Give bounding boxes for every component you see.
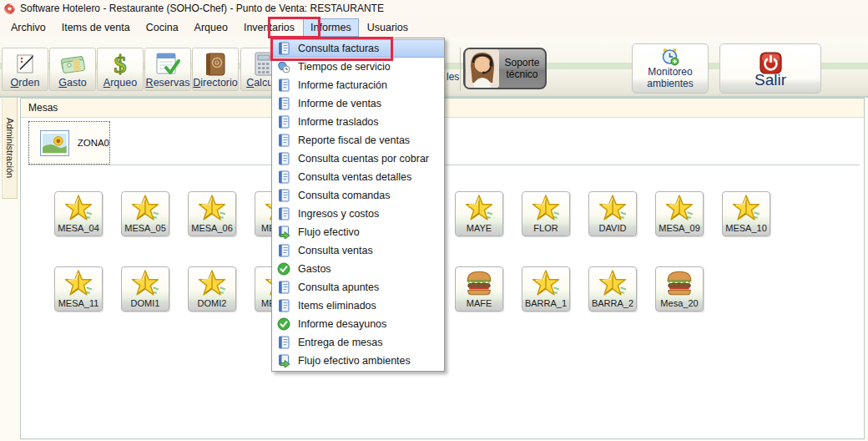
mesa-button[interactable]: FLOR	[522, 191, 570, 236]
dropdown-menu-item[interactable]: Informe traslados	[272, 113, 444, 131]
mesas-panel-title: Mesas	[28, 102, 58, 114]
dropdown-menu-item[interactable]: Flujo efectivo ambientes	[272, 352, 444, 370]
sidebar-tab-label: Administración	[5, 118, 15, 178]
mesa-label: BARRA_1	[522, 298, 569, 308]
mesa-icon	[598, 194, 628, 222]
monitoreo-ambientes-button[interactable]: Monitoreo ambientes	[632, 43, 709, 94]
dropdown-menu-item[interactable]: Gastos	[272, 260, 444, 278]
menu-item-icon	[277, 60, 290, 74]
mesa-button[interactable]: DAVID	[588, 191, 637, 236]
soporte-tecnico-button[interactable]: Soporte técnico	[463, 48, 547, 89]
mesa-label: MESA_11	[55, 298, 102, 308]
mesa-button[interactable]: MESA_09	[655, 191, 704, 236]
dropdown-menu-item[interactable]: Informe facturación	[272, 76, 444, 94]
mesa-button[interactable]: MESA_11	[54, 266, 103, 312]
dropdown-menu-item[interactable]: Consulta ventas	[272, 241, 444, 260]
title-bar: Software Hotelero - Restaurante (SOHO-Ch…	[0, 0, 868, 17]
mesa-label: DOMI1	[122, 298, 169, 308]
mesa-label: MAFE	[456, 298, 502, 308]
menu-bar-item[interactable]: Items de venta	[54, 18, 138, 37]
mesa-button[interactable]: MAYE	[455, 191, 503, 236]
mesa-icon	[664, 194, 694, 222]
menu-item-icon	[277, 226, 290, 239]
salir-button[interactable]: Salir	[719, 43, 821, 94]
dropdown-menu-item[interactable]: Consulta comandas	[272, 186, 444, 205]
menu-item-icon	[277, 97, 290, 110]
dropdown-menu-item[interactable]: Entrega de mesas	[272, 333, 444, 352]
mesa-icon	[63, 194, 93, 222]
mesa-button[interactable]: MESA_06	[188, 191, 236, 236]
monitoreo-ambientes-label: Monitoreo ambientes	[641, 66, 699, 89]
window-title: Software Hotelero - Restaurante (SOHO-Ch…	[20, 3, 384, 14]
mesa-icon	[664, 269, 694, 297]
dropdown-menu-item-label: Consulta ventas detalles	[298, 171, 411, 183]
mesa-label: DOMI2	[189, 298, 235, 308]
zone-tab-zona0[interactable]: ZONA0	[28, 121, 110, 165]
gasto-button[interactable]: Gasto	[49, 48, 96, 91]
dropdown-menu-item[interactable]: Ingresos y costos	[272, 205, 444, 223]
menu-item-icon	[277, 115, 290, 129]
menu-item-icon	[277, 354, 290, 368]
orden-button[interactable]: Orden	[2, 48, 48, 91]
dropdown-menu-item-label: Informe facturación	[298, 79, 387, 91]
sidebar-tab-administracion[interactable]: Administración	[2, 97, 18, 199]
mesa-button[interactable]: MAFE	[455, 266, 503, 312]
menu-item-icon	[277, 281, 290, 294]
dropdown-menu-item-label: Consulta ventas	[298, 245, 373, 256]
mesa-button[interactable]: MESA_05	[121, 191, 169, 236]
mesa-icon	[197, 269, 227, 297]
dropdown-menu-item[interactable]: Informe desayunos	[272, 315, 444, 333]
menu-bar-item[interactable]: Archivo	[3, 18, 53, 37]
reservas-button[interactable]: Reservas	[144, 48, 191, 91]
menu-item-icon	[277, 336, 290, 349]
menu-item-icon	[277, 134, 290, 147]
mesa-icon	[130, 194, 160, 222]
mesa-button[interactable]: DOMI2	[188, 266, 236, 312]
dollar-icon: $	[107, 51, 134, 78]
mesa-icon	[63, 269, 93, 297]
app-logo-icon	[4, 3, 15, 14]
dropdown-menu-item-label: Reporte fiscal de ventas	[298, 134, 410, 146]
mesa-icon	[464, 269, 494, 297]
menu-bar-item[interactable]: Usuarios	[360, 18, 416, 37]
mesa-icon	[531, 269, 561, 297]
mesa-button[interactable]: MESA_04	[54, 191, 103, 236]
menu-item-icon	[277, 262, 290, 276]
mesa-button[interactable]: MESA_10	[722, 191, 770, 236]
order-note-icon	[12, 51, 38, 78]
arqueo-button[interactable]: $ Arqueo	[97, 48, 144, 91]
menu-item-icon	[277, 170, 290, 184]
mesa-label: MESA_06	[189, 223, 235, 233]
mesa-label: BARRA_2	[589, 298, 636, 308]
app-window: Software Hotelero - Restaurante (SOHO-Ch…	[0, 0, 868, 441]
dropdown-menu-item-label: Informe traslados	[298, 116, 379, 128]
mesa-button[interactable]: BARRA_1	[522, 266, 570, 312]
dropdown-menu-item[interactable]: Reporte fiscal de ventas	[272, 131, 444, 150]
dropdown-menu-item[interactable]: Items eliminados	[272, 297, 444, 315]
toolbar-separator	[460, 48, 461, 91]
dropdown-menu-item-label: Flujo efectivo	[298, 226, 360, 238]
dropdown-menu-item[interactable]: Consulta apuntes	[272, 278, 444, 297]
dropdown-menu-item[interactable]: Consulta cuentas por cobrar	[272, 150, 444, 168]
mesa-icon	[531, 194, 561, 222]
dropdown-menu-item[interactable]: Informe de ventas	[272, 94, 444, 113]
menu-bar-item[interactable]: Cocina	[139, 18, 186, 37]
mesa-label: MESA_04	[55, 223, 102, 233]
mesa-button[interactable]: DOMI1	[121, 266, 169, 312]
mesa-icon	[197, 194, 227, 222]
dropdown-menu-item[interactable]: Flujo efectivo	[272, 223, 444, 241]
mesa-button[interactable]: Mesa_20	[655, 266, 704, 312]
calendar-check-icon	[154, 51, 181, 78]
mesa-label: MESA_10	[723, 223, 770, 233]
directorio-button[interactable]: Directorio	[192, 48, 239, 91]
monitor-clock-icon	[661, 48, 679, 66]
dropdown-menu-item-label: Tiempos de servicio	[298, 61, 391, 73]
mesa-button[interactable]: BARRA_2	[588, 266, 637, 312]
dropdown-menu-item-label: Consulta cuentas por cobrar	[298, 153, 429, 165]
mesa-icon	[731, 194, 761, 222]
support-agent-photo	[466, 49, 499, 88]
menu-bar-item[interactable]: Arqueo	[187, 18, 235, 37]
svg-text:$: $	[114, 51, 127, 78]
menu-item-icon	[277, 207, 290, 220]
dropdown-menu-item[interactable]: Consulta ventas detalles	[272, 168, 444, 186]
